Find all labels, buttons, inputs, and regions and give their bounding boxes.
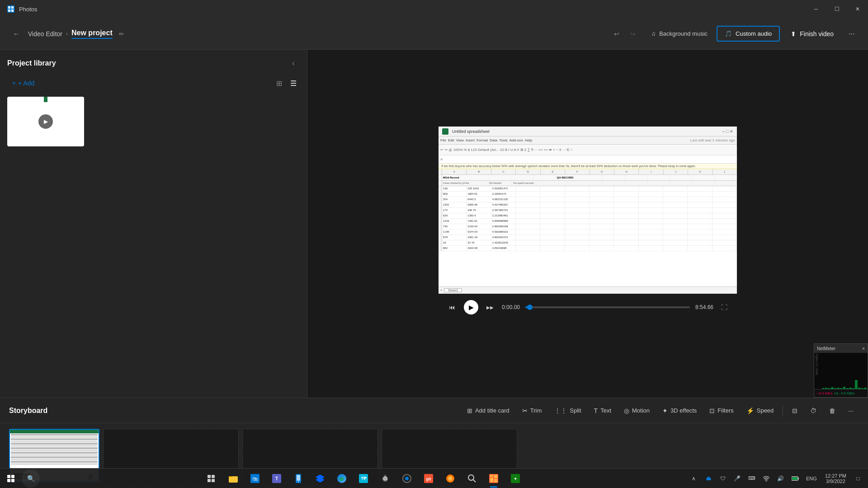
media-item[interactable]: ▶ <box>7 97 84 146</box>
fullscreen-button[interactable]: ⛶ <box>719 302 730 313</box>
undo-button[interactable]: ↩ <box>609 27 624 41</box>
svg-rect-2 <box>8 9 10 12</box>
custom-audio-button[interactable]: 🎵 Custom audio <box>717 26 780 42</box>
3d-effects-button[interactable]: ✦ 3D effects <box>657 404 702 417</box>
svg-line-31 <box>473 480 476 482</box>
taskbar-photos[interactable] <box>484 469 504 488</box>
close-button[interactable]: ✕ <box>847 0 868 18</box>
note-text: If we find anyone who has accuracy below… <box>441 164 696 168</box>
breadcrumb: Video Editor › New project <box>28 29 113 39</box>
finish-video-button[interactable]: ⬆ Finish video <box>782 27 843 41</box>
minimize-button[interactable]: ─ <box>806 0 826 18</box>
svg-marker-19 <box>316 477 325 483</box>
svg-point-30 <box>468 475 474 480</box>
grid-view-button[interactable]: ⊞ <box>273 77 285 89</box>
battery-icon[interactable] <box>789 472 802 485</box>
upload-speed: UL: 0.0 KB/s <box>834 391 854 395</box>
header-right: ♫ Background music 🎵 Custom audio ⬆ Fini… <box>644 26 859 42</box>
play-overlay[interactable]: ▶ <box>38 114 53 129</box>
trim-button[interactable]: ✂ Trim <box>517 404 547 417</box>
ss-header <box>44 97 47 102</box>
svg-rect-41 <box>798 478 799 479</box>
clock-date: 3/9/2022 <box>826 479 845 484</box>
data-row: 8091804 812.23061471 <box>439 192 737 197</box>
speed-button[interactable]: ⚡ Speed <box>741 404 779 417</box>
collapse-library-button[interactable]: ‹ <box>287 57 300 70</box>
system-clock[interactable]: 12:27 PM 3/9/2022 <box>821 473 850 484</box>
3d-effects-icon: ✦ <box>662 407 668 414</box>
start-button[interactable] <box>0 469 22 488</box>
add-media-button[interactable]: ＋ + Add <box>7 77 38 89</box>
keyboard-icon[interactable]: ⌨ <box>745 472 758 485</box>
progress-bar[interactable] <box>525 306 690 308</box>
sound-icon[interactable]: 🔊 <box>774 472 787 485</box>
maximize-button[interactable]: ☐ <box>826 0 847 18</box>
taskbar-task-view[interactable] <box>202 469 222 488</box>
taskbar-file-explorer[interactable] <box>223 469 243 488</box>
language-label[interactable]: ENG <box>803 472 820 485</box>
delete-button[interactable]: 🗑 <box>824 404 841 417</box>
netmeter-close-button[interactable]: × <box>862 346 865 351</box>
timer-icon: ⏱ <box>810 407 816 414</box>
redo-button[interactable]: ↪ <box>626 27 640 41</box>
project-name[interactable]: New project <box>71 29 113 39</box>
background-music-button[interactable]: ♫ Background music <box>644 27 715 41</box>
spreadsheet-toolbar: ↩ ↪ 🖨 100% % $ 123 Default (Ari... 10 B … <box>439 145 737 155</box>
svg-rect-16 <box>297 475 300 481</box>
taskbar-store[interactable]: 🛍 <box>245 469 265 488</box>
crop-button[interactable]: ⊟ <box>787 404 803 417</box>
header-left: ← Video Editor › New project ✏ <box>9 27 609 41</box>
taskbar-teams[interactable]: T <box>267 469 287 488</box>
header-toolbar: ← Video Editor › New project ✏ ↩ ↪ ♫ Bac… <box>0 18 868 50</box>
taskbar-edge[interactable] <box>332 469 352 488</box>
svg-rect-5 <box>212 475 215 478</box>
text-button[interactable]: T Text <box>589 404 617 417</box>
clock-time: 12:27 PM <box>825 473 846 479</box>
taskbar-app-git[interactable]: git <box>419 469 439 488</box>
mic-icon[interactable]: 🎤 <box>731 472 744 485</box>
step-forward-button[interactable]: ▶▶ <box>484 301 496 314</box>
filters-button[interactable]: ⊡ Filters <box>704 404 739 417</box>
skip-back-button[interactable]: ⏮ <box>446 301 458 314</box>
taskbar-app-16[interactable]: ✦ <box>505 469 525 488</box>
chevron-up-icon[interactable]: ∧ <box>688 472 700 485</box>
taskbar-dropbox[interactable] <box>310 469 330 488</box>
taskbar-phone-link[interactable] <box>288 469 308 488</box>
wifi-icon[interactable] <box>760 472 773 485</box>
data-row: 2546442 54.062151135 <box>439 197 737 202</box>
text-icon: T <box>594 407 598 414</box>
project-library-panel: Project library ‹ ＋ + Add ⊞ ☰ <box>0 50 307 398</box>
formula-bar: A <box>439 155 737 164</box>
progress-thumb[interactable] <box>527 305 533 310</box>
svg-rect-33 <box>490 478 493 482</box>
edit-project-name-icon[interactable]: ✏ <box>119 30 124 38</box>
data-row: 6291392 62.213990461 <box>439 213 737 219</box>
notification-button[interactable]: □ <box>852 472 864 485</box>
list-view-button[interactable]: ☰ <box>287 77 300 89</box>
taskbar-settings[interactable] <box>375 469 395 488</box>
taskbar-app-cortana[interactable] <box>397 469 417 488</box>
taskbar-maps[interactable]: 🗺 <box>354 469 373 488</box>
svg-rect-35 <box>494 479 497 482</box>
split-button[interactable]: ⋮⋮ Split <box>549 404 586 417</box>
play-pause-button[interactable]: ▶ <box>464 300 478 314</box>
more-options-button[interactable]: ··· <box>844 27 859 41</box>
title-bar: Photos ─ ☐ ✕ <box>0 0 868 18</box>
trim-icon: ✂ <box>522 407 528 414</box>
netmeter-footer: ↓ 9.4 KB/s UL: 0.0 KB/s <box>814 389 868 397</box>
onedrive-icon[interactable] <box>702 472 715 485</box>
back-button[interactable]: ← <box>9 27 24 41</box>
main-content: Project library ‹ ＋ + Add ⊞ ☰ <box>0 50 868 398</box>
storyboard-more-button[interactable]: ··· <box>843 404 859 417</box>
motion-button[interactable]: ◎ Motion <box>618 404 655 417</box>
breadcrumb-separator: › <box>66 31 68 37</box>
add-title-card-button[interactable]: ⊞ Add title card <box>462 404 515 417</box>
taskbar-app-magnifier[interactable] <box>462 469 482 488</box>
title-bar-left: Photos <box>7 5 37 13</box>
spreadsheet-menu: File Edit View Insert Format Data Tools … <box>439 136 737 145</box>
search-button[interactable]: 🔍 <box>22 469 40 488</box>
data-row: 11486374 645.562996516 <box>439 230 737 235</box>
security-icon[interactable]: 🛡 <box>717 472 729 485</box>
taskbar-app-browser2[interactable] <box>440 469 460 488</box>
timer-button[interactable]: ⏱ <box>805 404 822 417</box>
